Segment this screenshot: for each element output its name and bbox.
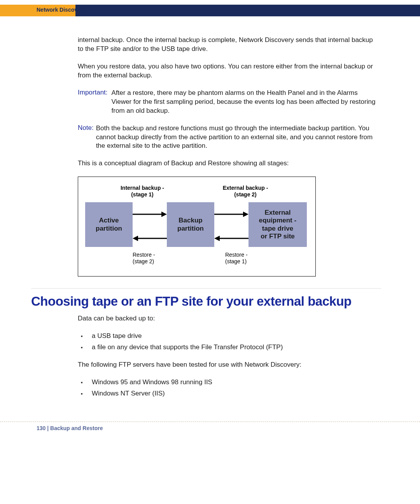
diagram-label-restore-stage2: Restore -(stage 2) <box>133 252 168 265</box>
diagram-label-restore-stage1: Restore -(stage 1) <box>225 252 260 265</box>
diagram-label-external-backup: External backup -(stage 2) <box>214 185 276 198</box>
important-text: After a restore, there may be phantom al… <box>112 89 377 116</box>
page-footer: 130 | Backup and Restore <box>37 425 420 443</box>
header-product-name: Network Discovery <box>37 7 86 13</box>
diagram-box-active-partition: Activepartition <box>85 202 133 247</box>
note-text: Both the backup and restore functions mu… <box>96 124 377 151</box>
footer-separator: | <box>47 425 50 431</box>
header-bar: Network Discovery <box>0 5 420 16</box>
ftp-servers-intro: The following FTP servers have been test… <box>78 360 377 369</box>
backup-restore-diagram: Internal backup -(stage 1) External back… <box>78 177 316 276</box>
diagram-box-backup-partition: Backuppartition <box>167 202 214 247</box>
diagram-box-external-equipment: Externalequipment -tape driveor FTP site <box>248 202 307 247</box>
svg-marker-1 <box>161 212 167 217</box>
list-item: a file on any device that supports the F… <box>92 343 377 352</box>
arrow-right-1-icon <box>133 211 167 217</box>
list-item: Windows NT Server (IIS) <box>92 389 377 398</box>
paragraph-intro-1: internal backup. Once the internal backu… <box>78 36 377 54</box>
footer-chapter: Backup and Restore <box>50 425 103 431</box>
svg-marker-7 <box>214 236 220 241</box>
page-content: internal backup. Once the internal backu… <box>78 16 377 398</box>
backup-target-list: a USB tape drive a file on any device th… <box>78 332 377 352</box>
list-item: a USB tape drive <box>92 332 377 341</box>
callout-important: Important: After a restore, there may be… <box>78 89 377 116</box>
important-label: Important: <box>78 89 108 96</box>
arrow-left-1-icon <box>133 235 167 242</box>
svg-marker-3 <box>243 212 248 217</box>
svg-marker-5 <box>133 236 138 241</box>
list-item: Windows 95 and Windows 98 running IIS <box>92 378 377 387</box>
arrow-left-2-icon <box>214 235 248 242</box>
section-divider <box>31 288 381 289</box>
paragraph-diagram-intro: This is a conceptual diagram of Backup a… <box>78 159 377 168</box>
section-intro: Data can be backed up to: <box>78 314 377 323</box>
paragraph-intro-2: When you restore data, you also have two… <box>78 62 377 80</box>
footer-page-number: 130 <box>37 425 46 431</box>
footer-divider <box>0 422 420 422</box>
section-heading: Choosing tape or an FTP site for your ex… <box>31 294 377 309</box>
diagram-label-internal-backup: Internal backup -(stage 1) <box>111 185 173 198</box>
ftp-servers-list: Windows 95 and Windows 98 running IIS Wi… <box>78 378 377 398</box>
note-label: Note: <box>78 124 94 132</box>
arrow-right-2-icon <box>214 211 248 217</box>
callout-note: Note: Both the backup and restore functi… <box>78 124 377 151</box>
